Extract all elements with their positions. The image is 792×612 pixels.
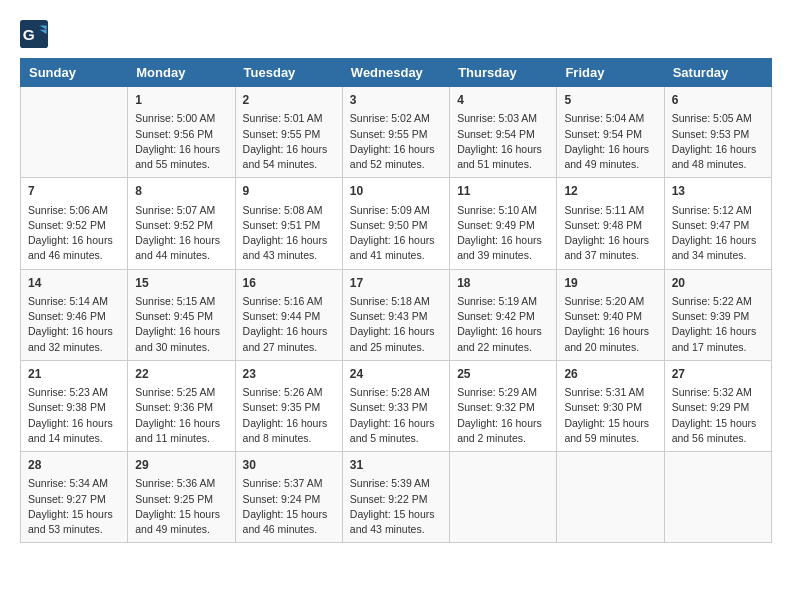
day-info: Sunrise: 5:20 AM Sunset: 9:40 PM Dayligh… — [564, 294, 656, 355]
day-number: 26 — [564, 366, 656, 383]
day-number: 30 — [243, 457, 335, 474]
column-header-saturday: Saturday — [664, 59, 771, 87]
day-number: 5 — [564, 92, 656, 109]
day-info: Sunrise: 5:36 AM Sunset: 9:25 PM Dayligh… — [135, 476, 227, 537]
day-info: Sunrise: 5:11 AM Sunset: 9:48 PM Dayligh… — [564, 203, 656, 264]
day-info: Sunrise: 5:12 AM Sunset: 9:47 PM Dayligh… — [672, 203, 764, 264]
day-number: 14 — [28, 275, 120, 292]
calendar-cell: 9Sunrise: 5:08 AM Sunset: 9:51 PM Daylig… — [235, 178, 342, 269]
day-info: Sunrise: 5:19 AM Sunset: 9:42 PM Dayligh… — [457, 294, 549, 355]
calendar-week-row: 7Sunrise: 5:06 AM Sunset: 9:52 PM Daylig… — [21, 178, 772, 269]
day-number: 6 — [672, 92, 764, 109]
day-info: Sunrise: 5:29 AM Sunset: 9:32 PM Dayligh… — [457, 385, 549, 446]
day-info: Sunrise: 5:08 AM Sunset: 9:51 PM Dayligh… — [243, 203, 335, 264]
calendar-cell: 28Sunrise: 5:34 AM Sunset: 9:27 PM Dayli… — [21, 452, 128, 543]
day-number: 22 — [135, 366, 227, 383]
calendar-cell: 27Sunrise: 5:32 AM Sunset: 9:29 PM Dayli… — [664, 360, 771, 451]
calendar-cell: 29Sunrise: 5:36 AM Sunset: 9:25 PM Dayli… — [128, 452, 235, 543]
column-header-friday: Friday — [557, 59, 664, 87]
logo-icon: G — [20, 20, 48, 48]
day-info: Sunrise: 5:28 AM Sunset: 9:33 PM Dayligh… — [350, 385, 442, 446]
day-info: Sunrise: 5:06 AM Sunset: 9:52 PM Dayligh… — [28, 203, 120, 264]
day-info: Sunrise: 5:23 AM Sunset: 9:38 PM Dayligh… — [28, 385, 120, 446]
day-info: Sunrise: 5:09 AM Sunset: 9:50 PM Dayligh… — [350, 203, 442, 264]
day-number: 31 — [350, 457, 442, 474]
calendar-week-row: 28Sunrise: 5:34 AM Sunset: 9:27 PM Dayli… — [21, 452, 772, 543]
day-number: 23 — [243, 366, 335, 383]
day-info: Sunrise: 5:14 AM Sunset: 9:46 PM Dayligh… — [28, 294, 120, 355]
day-number: 8 — [135, 183, 227, 200]
day-info: Sunrise: 5:18 AM Sunset: 9:43 PM Dayligh… — [350, 294, 442, 355]
calendar-cell: 5Sunrise: 5:04 AM Sunset: 9:54 PM Daylig… — [557, 87, 664, 178]
column-header-sunday: Sunday — [21, 59, 128, 87]
day-number: 2 — [243, 92, 335, 109]
day-info: Sunrise: 5:26 AM Sunset: 9:35 PM Dayligh… — [243, 385, 335, 446]
calendar-week-row: 1Sunrise: 5:00 AM Sunset: 9:56 PM Daylig… — [21, 87, 772, 178]
calendar-cell: 31Sunrise: 5:39 AM Sunset: 9:22 PM Dayli… — [342, 452, 449, 543]
day-info: Sunrise: 5:32 AM Sunset: 9:29 PM Dayligh… — [672, 385, 764, 446]
calendar-cell: 14Sunrise: 5:14 AM Sunset: 9:46 PM Dayli… — [21, 269, 128, 360]
calendar-cell: 2Sunrise: 5:01 AM Sunset: 9:55 PM Daylig… — [235, 87, 342, 178]
day-info: Sunrise: 5:15 AM Sunset: 9:45 PM Dayligh… — [135, 294, 227, 355]
day-number: 24 — [350, 366, 442, 383]
calendar-cell: 8Sunrise: 5:07 AM Sunset: 9:52 PM Daylig… — [128, 178, 235, 269]
day-number: 29 — [135, 457, 227, 474]
day-info: Sunrise: 5:34 AM Sunset: 9:27 PM Dayligh… — [28, 476, 120, 537]
calendar-cell: 19Sunrise: 5:20 AM Sunset: 9:40 PM Dayli… — [557, 269, 664, 360]
column-header-wednesday: Wednesday — [342, 59, 449, 87]
day-info: Sunrise: 5:05 AM Sunset: 9:53 PM Dayligh… — [672, 111, 764, 172]
calendar-week-row: 14Sunrise: 5:14 AM Sunset: 9:46 PM Dayli… — [21, 269, 772, 360]
calendar-cell: 30Sunrise: 5:37 AM Sunset: 9:24 PM Dayli… — [235, 452, 342, 543]
day-info: Sunrise: 5:25 AM Sunset: 9:36 PM Dayligh… — [135, 385, 227, 446]
day-number: 7 — [28, 183, 120, 200]
day-number: 9 — [243, 183, 335, 200]
calendar-cell: 21Sunrise: 5:23 AM Sunset: 9:38 PM Dayli… — [21, 360, 128, 451]
calendar-cell: 1Sunrise: 5:00 AM Sunset: 9:56 PM Daylig… — [128, 87, 235, 178]
calendar-cell: 15Sunrise: 5:15 AM Sunset: 9:45 PM Dayli… — [128, 269, 235, 360]
calendar-cell — [450, 452, 557, 543]
calendar-cell: 16Sunrise: 5:16 AM Sunset: 9:44 PM Dayli… — [235, 269, 342, 360]
day-number: 16 — [243, 275, 335, 292]
day-info: Sunrise: 5:10 AM Sunset: 9:49 PM Dayligh… — [457, 203, 549, 264]
day-number: 11 — [457, 183, 549, 200]
day-number: 12 — [564, 183, 656, 200]
page-header: G — [20, 20, 772, 48]
day-info: Sunrise: 5:00 AM Sunset: 9:56 PM Dayligh… — [135, 111, 227, 172]
day-info: Sunrise: 5:07 AM Sunset: 9:52 PM Dayligh… — [135, 203, 227, 264]
day-number: 20 — [672, 275, 764, 292]
day-number: 17 — [350, 275, 442, 292]
calendar-cell: 10Sunrise: 5:09 AM Sunset: 9:50 PM Dayli… — [342, 178, 449, 269]
calendar-cell — [664, 452, 771, 543]
calendar-cell: 12Sunrise: 5:11 AM Sunset: 9:48 PM Dayli… — [557, 178, 664, 269]
day-info: Sunrise: 5:03 AM Sunset: 9:54 PM Dayligh… — [457, 111, 549, 172]
calendar-cell: 25Sunrise: 5:29 AM Sunset: 9:32 PM Dayli… — [450, 360, 557, 451]
calendar-cell: 20Sunrise: 5:22 AM Sunset: 9:39 PM Dayli… — [664, 269, 771, 360]
calendar-cell: 6Sunrise: 5:05 AM Sunset: 9:53 PM Daylig… — [664, 87, 771, 178]
day-info: Sunrise: 5:39 AM Sunset: 9:22 PM Dayligh… — [350, 476, 442, 537]
day-number: 28 — [28, 457, 120, 474]
calendar-cell: 3Sunrise: 5:02 AM Sunset: 9:55 PM Daylig… — [342, 87, 449, 178]
calendar-cell: 22Sunrise: 5:25 AM Sunset: 9:36 PM Dayli… — [128, 360, 235, 451]
day-number: 10 — [350, 183, 442, 200]
calendar-cell: 26Sunrise: 5:31 AM Sunset: 9:30 PM Dayli… — [557, 360, 664, 451]
day-number: 1 — [135, 92, 227, 109]
calendar-cell: 24Sunrise: 5:28 AM Sunset: 9:33 PM Dayli… — [342, 360, 449, 451]
day-info: Sunrise: 5:37 AM Sunset: 9:24 PM Dayligh… — [243, 476, 335, 537]
column-header-monday: Monday — [128, 59, 235, 87]
day-number: 27 — [672, 366, 764, 383]
calendar-cell — [21, 87, 128, 178]
calendar-table: SundayMondayTuesdayWednesdayThursdayFrid… — [20, 58, 772, 543]
day-info: Sunrise: 5:04 AM Sunset: 9:54 PM Dayligh… — [564, 111, 656, 172]
calendar-cell — [557, 452, 664, 543]
day-number: 19 — [564, 275, 656, 292]
day-number: 15 — [135, 275, 227, 292]
calendar-cell: 13Sunrise: 5:12 AM Sunset: 9:47 PM Dayli… — [664, 178, 771, 269]
logo: G — [20, 20, 52, 48]
day-number: 4 — [457, 92, 549, 109]
day-info: Sunrise: 5:31 AM Sunset: 9:30 PM Dayligh… — [564, 385, 656, 446]
day-info: Sunrise: 5:02 AM Sunset: 9:55 PM Dayligh… — [350, 111, 442, 172]
column-header-tuesday: Tuesday — [235, 59, 342, 87]
day-number: 13 — [672, 183, 764, 200]
day-number: 18 — [457, 275, 549, 292]
day-info: Sunrise: 5:22 AM Sunset: 9:39 PM Dayligh… — [672, 294, 764, 355]
